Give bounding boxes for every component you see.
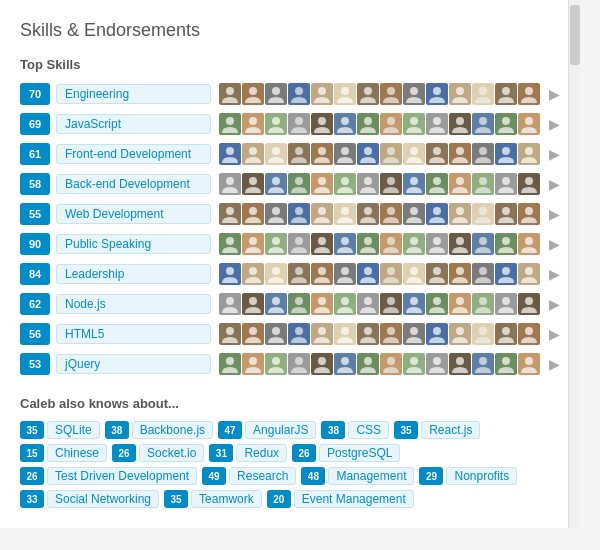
expand-arrow-icon[interactable]: ▶ (549, 326, 560, 342)
expand-arrow-icon[interactable]: ▶ (549, 296, 560, 312)
svg-point-1 (226, 87, 234, 95)
tag-name[interactable]: Chinese (47, 444, 107, 462)
skill-name[interactable]: Back-end Development (56, 174, 211, 194)
skill-name[interactable]: Engineering (56, 84, 211, 104)
svg-point-209 (364, 297, 372, 305)
svg-point-39 (341, 117, 349, 125)
expand-arrow-icon[interactable]: ▶ (549, 206, 560, 222)
skill-row[interactable]: 58Back-end Development (20, 170, 560, 198)
also-knows-tag[interactable]: 26Test Driven Development (20, 467, 197, 485)
scrollbar[interactable] (568, 0, 580, 528)
svg-point-151 (341, 237, 349, 245)
skill-row[interactable]: 70Engineering (20, 80, 560, 108)
skill-name[interactable]: Front-end Development (56, 144, 211, 164)
tag-name[interactable]: Management (328, 467, 414, 485)
svg-point-271 (433, 357, 441, 365)
expand-arrow-icon[interactable]: ▶ (549, 176, 560, 192)
svg-point-45 (410, 117, 418, 125)
tag-name[interactable]: Teamwork (191, 490, 262, 508)
skill-row[interactable]: 84Leadership (20, 260, 560, 288)
skill-name[interactable]: Leadership (56, 264, 211, 284)
avatar (472, 173, 494, 195)
also-knows-tag[interactable]: 26Socket.io (112, 444, 204, 462)
svg-point-135 (479, 207, 487, 215)
skill-row[interactable]: 53jQuery (20, 350, 560, 378)
svg-point-107 (479, 177, 487, 185)
expand-arrow-icon[interactable]: ▶ (549, 146, 560, 162)
skill-row[interactable]: 90Public Speaking (20, 230, 560, 258)
tag-name[interactable]: Socket.io (139, 444, 204, 462)
also-knows-tag[interactable]: 29Nonprofits (419, 467, 517, 485)
avatar (288, 113, 310, 135)
tag-name[interactable]: Social Networking (47, 490, 159, 508)
tag-count: 29 (419, 467, 443, 485)
avatar (357, 353, 379, 375)
skill-name[interactable]: Web Development (56, 204, 211, 224)
tag-name[interactable]: CSS (348, 421, 389, 439)
also-knows-tag[interactable]: 49Research (202, 467, 296, 485)
avatar (472, 323, 494, 345)
svg-point-161 (456, 237, 464, 245)
tag-name[interactable]: Redux (236, 444, 287, 462)
also-knows-tag[interactable]: 31Redux (209, 444, 287, 462)
also-knows-tag[interactable]: 35SQLite (20, 421, 100, 439)
also-knows-tag[interactable]: 35React.js (394, 421, 480, 439)
tag-name[interactable]: Test Driven Development (47, 467, 197, 485)
also-knows-tag[interactable]: 35Teamwork (164, 490, 262, 508)
avatar (449, 353, 471, 375)
avatar (495, 293, 517, 315)
avatar (403, 143, 425, 165)
avatar (472, 263, 494, 285)
tag-name[interactable]: AngularJS (245, 421, 316, 439)
svg-point-141 (226, 237, 234, 245)
skill-name[interactable]: HTML5 (56, 324, 211, 344)
also-knows-tag[interactable]: 15Chinese (20, 444, 107, 462)
svg-point-97 (364, 177, 372, 185)
avatar (380, 203, 402, 225)
avatar (426, 83, 448, 105)
tag-name[interactable]: PostgreSQL (319, 444, 400, 462)
skill-name[interactable]: jQuery (56, 354, 211, 374)
avatar (311, 353, 333, 375)
skill-row[interactable]: 55Web Development (20, 200, 560, 228)
avatar (495, 353, 517, 375)
svg-point-273 (456, 357, 464, 365)
avatar (380, 173, 402, 195)
avatar (518, 293, 540, 315)
avatar (265, 143, 287, 165)
skill-count: 61 (20, 143, 50, 165)
expand-arrow-icon[interactable]: ▶ (549, 116, 560, 132)
also-knows-tag[interactable]: 26PostgreSQL (292, 444, 400, 462)
tag-name[interactable]: Research (229, 467, 296, 485)
expand-arrow-icon[interactable]: ▶ (549, 266, 560, 282)
skill-row[interactable]: 56HTML5 (20, 320, 560, 348)
expand-arrow-icon[interactable]: ▶ (549, 356, 560, 372)
also-knows-tag[interactable]: 47AngularJS (218, 421, 316, 439)
also-knows-tag[interactable]: 48Management (301, 467, 414, 485)
also-knows-tag[interactable]: 38CSS (321, 421, 389, 439)
skill-name[interactable]: Node.js (56, 294, 211, 314)
svg-point-25 (502, 87, 510, 95)
tag-name[interactable]: Event Management (294, 490, 414, 508)
svg-point-87 (249, 177, 257, 185)
skill-count: 69 (20, 113, 50, 135)
avatar (380, 83, 402, 105)
skill-name[interactable]: Public Speaking (56, 234, 211, 254)
skill-row[interactable]: 61Front-end Development (20, 140, 560, 168)
skill-row[interactable]: 69JavaScript (20, 110, 560, 138)
svg-point-129 (410, 207, 418, 215)
skill-name[interactable]: JavaScript (56, 114, 211, 134)
avatar (334, 113, 356, 135)
tag-name[interactable]: Backbone.js (132, 421, 213, 439)
expand-arrow-icon[interactable]: ▶ (549, 86, 560, 102)
tag-name[interactable]: Nonprofits (446, 467, 517, 485)
skill-row[interactable]: 62Node.js (20, 290, 560, 318)
also-knows-tag[interactable]: 20Event Management (267, 490, 414, 508)
avatar (242, 293, 264, 315)
also-knows-tag[interactable]: 38Backbone.js (105, 421, 213, 439)
tag-name[interactable]: React.js (421, 421, 480, 439)
also-knows-tag[interactable]: 33Social Networking (20, 490, 159, 508)
svg-point-245 (456, 327, 464, 335)
tag-name[interactable]: SQLite (47, 421, 100, 439)
expand-arrow-icon[interactable]: ▶ (549, 236, 560, 252)
